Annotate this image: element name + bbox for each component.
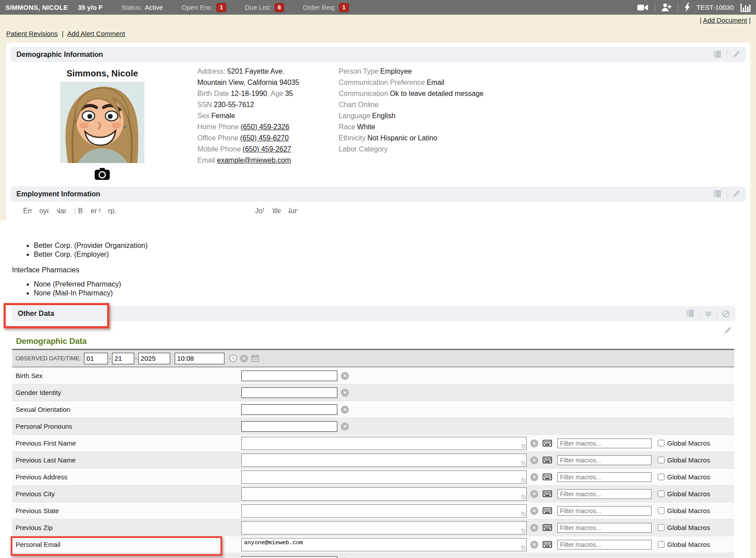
keyboard-icon[interactable] [543,490,552,497]
open-enc-badge[interactable]: 1 [216,3,226,12]
resize-handle-icon[interactable] [521,529,526,533]
filter-macros-input[interactable] [557,540,652,550]
observed-day-input[interactable] [112,353,134,364]
filter-macros-input[interactable] [557,523,652,533]
observed-year-input[interactable] [138,353,170,364]
field-label: Communication Preference [339,79,425,86]
previous-zip-textarea[interactable] [241,521,527,534]
pencil-icon[interactable] [724,325,732,336]
edit-row [0,325,732,336]
video-camera-icon[interactable] [637,4,648,11]
previous-state-textarea[interactable] [241,504,527,518]
sexual-orientation-input[interactable] [241,404,337,415]
global-macros-label: Global Macros [667,541,710,548]
clear-icon[interactable]: × [530,473,538,481]
due-list-badge[interactable]: 6 [275,3,284,12]
language-value: English [372,112,395,120]
resize-handle-icon[interactable] [521,478,526,482]
race-value: White [357,123,375,131]
employment-clipped-row: Employer Name: Better Corp. Job Title: N… [6,207,750,218]
home-phone-link[interactable]: (650) 459-2326 [240,123,289,131]
book-icon[interactable] [712,50,722,59]
lightning-icon[interactable] [684,3,690,12]
global-macros-checkbox[interactable] [658,490,664,497]
demographic-data-table: OBSERVED DATE/TIME: - - × Birth Sex × Ge… [12,349,734,558]
personal-pronouns-input[interactable] [241,421,337,432]
order-req-label: Order Req: [303,4,336,11]
global-macros-checkbox[interactable] [658,440,664,446]
mobile-phone-link[interactable]: (650) 459-2627 [243,145,291,153]
global-macros-checkbox[interactable] [658,474,664,480]
open-enc-label: Open Enc: [182,4,213,11]
global-macros-label: Global Macros [667,456,710,464]
book-icon[interactable] [685,309,695,318]
sex-value: Female [212,112,235,120]
clear-icon[interactable]: × [530,490,538,498]
global-macros-checkbox[interactable] [658,541,664,548]
keyboard-icon[interactable] [543,457,552,463]
bar-chart-icon[interactable] [740,3,751,12]
clear-icon[interactable]: × [530,541,538,549]
patient-revisions-link[interactable]: Patient Revisions [6,30,58,37]
gender-identity-input[interactable] [241,387,337,398]
birth-date-value: 12-18-1990 [231,90,267,97]
global-macros-checkbox[interactable] [658,457,664,463]
demographic-information-header: Demographic Information [11,47,746,62]
pencil-icon[interactable] [732,190,740,198]
observed-month-input[interactable] [84,353,108,364]
field-label: Previous Zip [12,524,241,531]
filter-macros-input[interactable] [557,506,652,516]
global-macros-label: Global Macros [667,524,710,531]
pencil-icon[interactable] [732,51,740,59]
field-label: Sexual Orientation [12,406,241,413]
camera-icon[interactable] [95,168,110,181]
previous-last-name-textarea[interactable] [241,454,527,467]
clear-icon[interactable]: × [240,355,248,363]
observed-time-input[interactable] [175,353,224,364]
previous-city-textarea[interactable] [241,487,527,501]
field-label: Communication [339,90,388,97]
chevron-double-down-icon[interactable] [705,311,712,317]
book-icon[interactable] [712,190,722,199]
table-row: Tribal Affiliation × [12,553,734,558]
keyboard-icon[interactable] [543,440,552,446]
add-alert-comment-link[interactable]: Add Alert Comment [67,30,125,37]
office-phone-link[interactable]: (650) 459-6270 [240,134,288,142]
resize-handle-icon[interactable] [521,546,526,550]
add-document-link[interactable]: Add Document [703,16,747,24]
add-person-icon[interactable] [661,3,672,12]
clear-icon[interactable]: × [530,439,538,447]
filter-macros-input[interactable] [557,472,652,482]
clear-icon[interactable]: × [530,507,538,515]
clear-icon[interactable]: × [341,422,349,430]
filter-macros-input[interactable] [557,489,652,499]
resize-handle-icon[interactable] [521,495,526,499]
global-macros-checkbox[interactable] [658,507,664,514]
calendar-icon[interactable] [251,354,260,363]
clock-icon[interactable] [229,354,237,363]
disable-icon[interactable] [722,310,730,318]
clear-icon[interactable]: × [530,524,538,532]
resize-handle-icon[interactable] [521,461,526,466]
previous-first-name-textarea[interactable] [241,437,527,450]
keyboard-icon[interactable] [543,524,552,531]
clear-icon[interactable]: × [530,456,538,464]
keyboard-icon[interactable] [543,474,552,480]
clear-icon[interactable]: × [341,406,349,414]
filter-macros-input[interactable] [557,455,652,465]
global-macros-checkbox[interactable] [658,524,664,531]
keyboard-icon[interactable] [543,541,552,548]
order-req-badge[interactable]: 1 [339,3,348,12]
birth-sex-input[interactable] [241,371,337,381]
personal-email-textarea[interactable]: anyone@mieweb.com [241,538,527,551]
email-link[interactable]: example@mieweb.com [217,156,291,164]
resize-handle-icon[interactable] [521,444,526,449]
clear-icon[interactable]: × [341,372,349,380]
tribal-affiliation-input[interactable] [241,556,337,558]
filter-macros-input[interactable] [557,438,652,448]
clear-icon[interactable]: × [341,389,349,397]
keyboard-icon[interactable] [543,507,552,514]
resize-handle-icon[interactable] [521,512,526,516]
previous-address-textarea[interactable] [241,470,527,484]
observed-datetime-row: OBSERVED DATE/TIME: - - × [12,350,734,367]
